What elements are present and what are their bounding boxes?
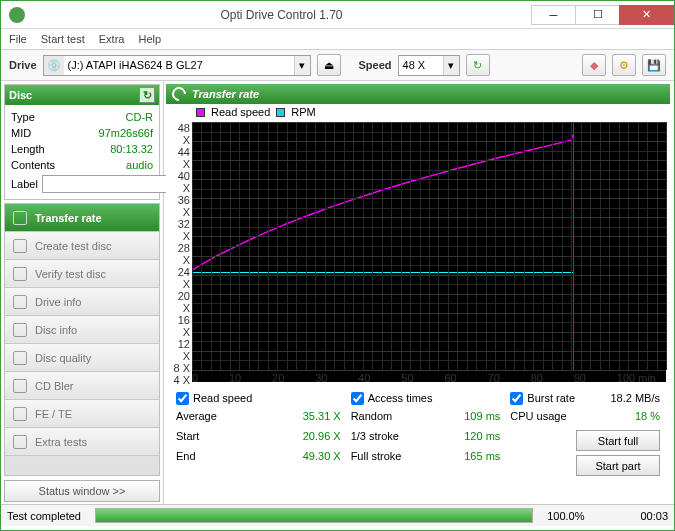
chart-header: Transfer rate	[166, 84, 670, 104]
elapsed-time: 00:03	[640, 510, 668, 522]
settings-button[interactable]: ⚙	[612, 54, 636, 76]
legend-rpm-swatch	[276, 108, 285, 117]
disc-length-label: Length	[11, 143, 45, 155]
start-value: 20.96 X	[303, 430, 341, 446]
read-speed-checkbox[interactable]	[176, 392, 189, 405]
third-stroke-value: 120 ms	[464, 430, 500, 446]
maximize-button[interactable]: ☐	[575, 5, 620, 25]
save-button[interactable]: 💾	[642, 54, 666, 76]
end-label: End	[176, 450, 196, 466]
legend-rpm-label: RPM	[291, 106, 315, 118]
refresh-speed-button[interactable]: ↻	[466, 54, 490, 76]
nav-disc-quality[interactable]: Disc quality	[5, 344, 159, 372]
chevron-down-icon: ▾	[443, 56, 459, 75]
y-axis-labels: 48 X44 X40 X36 X32 X28 X24 X20 X16 X12 X…	[170, 122, 190, 370]
full-stroke-label: Full stroke	[351, 450, 402, 466]
nav-extra-tests[interactable]: Extra tests	[5, 428, 159, 456]
x-axis-labels: 0102030405060708090100 min	[192, 372, 666, 384]
start-full-button[interactable]: Start full	[576, 430, 660, 451]
chart-legend: Read speed RPM	[166, 104, 670, 120]
disc-label-label: Label	[11, 178, 38, 190]
full-stroke-value: 165 ms	[464, 450, 500, 466]
speed-select[interactable]: 48 X ▾	[398, 55, 460, 76]
disc-length-value: 80:13.32	[110, 143, 153, 155]
fete-icon	[13, 407, 27, 421]
eject-button[interactable]: ⏏	[317, 54, 341, 76]
menu-file[interactable]: File	[9, 33, 27, 45]
chevron-down-icon: ▾	[294, 56, 310, 75]
menu-bar: File Start test Extra Help	[1, 29, 674, 49]
verify-icon	[13, 267, 27, 281]
drive-info-icon	[13, 295, 27, 309]
nav-fe-te[interactable]: FE / TE	[5, 400, 159, 428]
start-label: Start	[176, 430, 199, 446]
nav-create-test-disc[interactable]: Create test disc	[5, 232, 159, 260]
disc-info-icon	[13, 323, 27, 337]
transfer-icon	[13, 211, 27, 225]
end-value: 49.30 X	[303, 450, 341, 466]
disc-panel: Disc ↻ TypeCD-R MID97m26s66f Length80:13…	[4, 84, 160, 200]
nav-list: Transfer rate Create test disc Verify te…	[4, 203, 160, 476]
quality-icon	[13, 351, 27, 365]
avg-label: Average	[176, 410, 217, 426]
disc-mid-label: MID	[11, 127, 31, 139]
disc-type-value: CD-R	[126, 111, 154, 123]
cpu-label: CPU usage	[510, 410, 566, 426]
burst-value: 18.2 MB/s	[610, 392, 660, 404]
erase-button[interactable]: ◆	[582, 54, 606, 76]
nav-transfer-rate[interactable]: Transfer rate	[5, 204, 159, 232]
minimize-button[interactable]: ─	[531, 5, 576, 25]
menu-start-test[interactable]: Start test	[41, 33, 85, 45]
status-message: Test completed	[7, 510, 81, 522]
nav-disc-info[interactable]: Disc info	[5, 316, 159, 344]
legend-read-label: Read speed	[211, 106, 270, 118]
avg-value: 35.31 X	[303, 410, 341, 426]
title-bar: Opti Drive Control 1.70 ─ ☐ ✕	[1, 1, 674, 29]
stats-panel: Read speed Average35.31 X Start20.96 X E…	[166, 384, 670, 480]
random-label: Random	[351, 410, 393, 426]
nav-verify-test-disc[interactable]: Verify test disc	[5, 260, 159, 288]
close-button[interactable]: ✕	[619, 5, 674, 25]
window-title: Opti Drive Control 1.70	[31, 8, 532, 22]
toolbar: Drive 💿 (J:) ATAPI iHAS624 B GL27 ▾ ⏏ Sp…	[1, 49, 674, 81]
transfer-rate-chart: 48 X44 X40 X36 X32 X28 X24 X20 X16 X12 X…	[192, 122, 666, 382]
disc-type-label: Type	[11, 111, 35, 123]
drive-label: Drive	[9, 59, 37, 71]
drive-icon: 💿	[44, 56, 64, 75]
access-times-checkbox[interactable]	[351, 392, 364, 405]
extra-icon	[13, 435, 27, 449]
refresh-disc-button[interactable]: ↻	[139, 87, 155, 103]
disc-contents-label: Contents	[11, 159, 55, 171]
app-icon	[9, 7, 25, 23]
disc-header: Disc	[9, 89, 32, 101]
nav-cd-bler[interactable]: CD Bler	[5, 372, 159, 400]
third-stroke-label: 1/3 stroke	[351, 430, 399, 446]
speed-label: Speed	[359, 59, 392, 71]
transfer-rate-icon	[169, 84, 189, 104]
progress-bar	[95, 508, 533, 523]
menu-extra[interactable]: Extra	[99, 33, 125, 45]
bler-icon	[13, 379, 27, 393]
cpu-value: 18 %	[635, 410, 660, 426]
create-icon	[13, 239, 27, 253]
burst-rate-checkbox[interactable]	[510, 392, 523, 405]
disc-mid-value: 97m26s66f	[99, 127, 153, 139]
menu-help[interactable]: Help	[138, 33, 161, 45]
legend-read-swatch	[196, 108, 205, 117]
random-value: 109 ms	[464, 410, 500, 426]
progress-percent: 100.0%	[547, 510, 584, 522]
start-part-button[interactable]: Start part	[576, 455, 660, 476]
status-window-button[interactable]: Status window >>	[4, 480, 160, 502]
nav-drive-info[interactable]: Drive info	[5, 288, 159, 316]
status-bar: Test completed 100.0% 00:03	[1, 504, 674, 526]
disc-contents-value: audio	[126, 159, 153, 171]
drive-select[interactable]: 💿 (J:) ATAPI iHAS624 B GL27 ▾	[43, 55, 311, 76]
